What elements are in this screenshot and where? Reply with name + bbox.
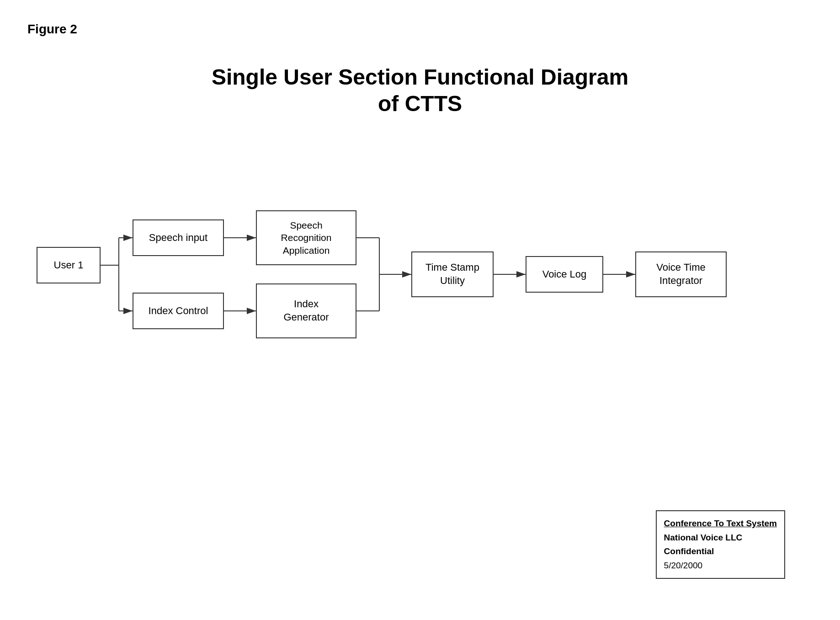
speech-recognition-box: Speech Recognition Application: [256, 210, 356, 265]
voice-time-integrator-box: Voice Time Integrator: [635, 251, 727, 297]
figure-label: Figure 2: [27, 22, 77, 37]
info-box: Conference To Text System National Voice…: [656, 510, 785, 579]
index-generator-box: Index Generator: [256, 283, 356, 338]
diagram-title: Single User Section Functional Diagram o…: [0, 64, 840, 117]
info-line4: 5/20/2000: [664, 559, 777, 572]
info-line3: Confidential: [664, 545, 777, 558]
info-title: Conference To Text System: [664, 517, 777, 530]
user1-box: User 1: [37, 247, 101, 283]
time-stamp-box: Time Stamp Utility: [411, 251, 494, 297]
speech-input-box: Speech input: [133, 219, 224, 256]
voice-log-box: Voice Log: [526, 256, 603, 293]
diagram-container: User 1 Speech input Speech Recognition A…: [23, 192, 817, 448]
info-line2: National Voice LLC: [664, 531, 777, 545]
index-control-box: Index Control: [133, 293, 224, 329]
